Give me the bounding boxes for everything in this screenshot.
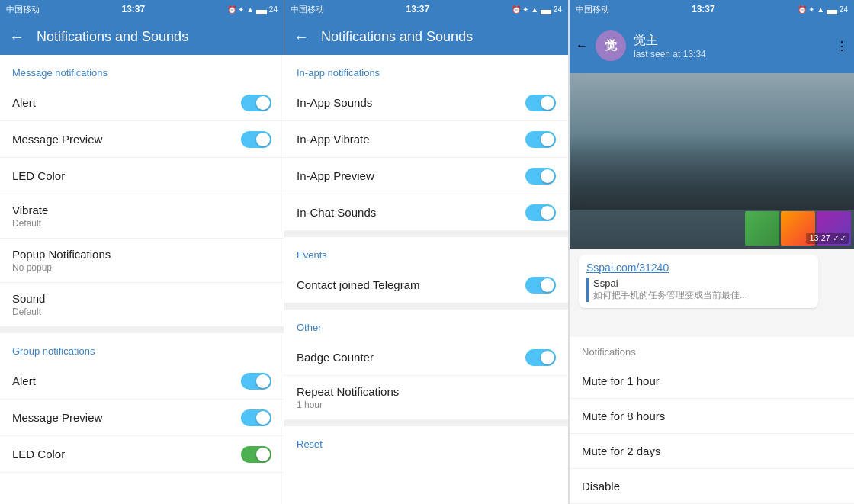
divider-2b	[284, 303, 568, 310]
label-led-color-group: LED Color	[12, 448, 65, 461]
status-bar-2: 中国移动 13:37 ⏰ ✦ ▲ ▄▄ 24	[284, 0, 568, 18]
carrier-1: 中国移动	[6, 4, 40, 15]
panel-2: 中国移动 13:37 ⏰ ✦ ▲ ▄▄ 24 ← Notifications a…	[284, 0, 569, 504]
divider-2c	[284, 420, 568, 426]
toggle-alert-group[interactable]	[241, 373, 271, 390]
sublabel-sound-1: Default	[12, 307, 45, 317]
label-inchat-sounds: In-Chat Sounds	[297, 206, 376, 219]
row-alert-1[interactable]: Alert	[0, 85, 284, 121]
label-alert-group: Alert	[12, 374, 36, 387]
row-popup-1[interactable]: Popup Notifications No popup	[0, 239, 284, 283]
time-2: 13:37	[406, 4, 429, 14]
row-message-preview-group[interactable]: Message Preview	[0, 400, 284, 436]
divider-1	[0, 327, 284, 333]
label-badge-counter: Badge Counter	[297, 351, 374, 364]
chat-bubble: Sspai.com/31240 Sspai 如何把手机的任务管理变成当前最佳..…	[579, 255, 818, 308]
row-contact-joined[interactable]: Contact joined Telegram	[284, 267, 568, 303]
toggle-inchat-sounds[interactable]	[525, 204, 556, 221]
app-header-2: ← Notifications and Sounds	[284, 18, 568, 55]
chat-timestamp: 13:27 ✓✓	[806, 233, 849, 244]
header-title-1: Notifications and Sounds	[37, 29, 188, 45]
sublabel-vibrate-1: Default	[12, 218, 48, 229]
sublabel-popup-1: No popup	[12, 262, 111, 273]
label-alert-1: Alert	[12, 96, 36, 109]
content-1: Message notifications Alert Message Prev…	[0, 55, 284, 504]
back-button-1[interactable]: ←	[9, 28, 24, 46]
row-badge-counter[interactable]: Badge Counter	[284, 339, 568, 376]
toggle-inapp-vibrate[interactable]	[525, 131, 556, 148]
section-other: Other	[284, 310, 568, 339]
label-led-color-1: LED Color	[12, 169, 65, 182]
row-message-preview-1[interactable]: Message Preview	[0, 121, 284, 158]
row-repeat-notif[interactable]: Repeat Notifications 1 hour	[284, 376, 568, 420]
time-3: 13:37	[692, 4, 715, 14]
row-inapp-preview[interactable]: In-App Preview	[284, 158, 568, 194]
toggle-inapp-sounds[interactable]	[525, 95, 556, 111]
label-sound-1: Sound	[12, 292, 45, 305]
toggle-message-preview-1[interactable]	[241, 131, 271, 148]
label-contact-joined: Contact joined Telegram	[297, 278, 419, 291]
header-title-2: Notifications and Sounds	[321, 29, 473, 45]
dropdown-title: Notifications	[570, 337, 854, 364]
status-bar-1: 中国移动 13:37 ⏰ ✦ ▲ ▄▄ 24	[0, 0, 284, 18]
panel-1: 中国移动 13:37 ⏰ ✦ ▲ ▄▄ 24 ← Notifications a…	[0, 0, 284, 504]
dropdown-mute-2d[interactable]: Mute for 2 days	[570, 434, 854, 469]
row-inchat-sounds[interactable]: In-Chat Sounds	[284, 194, 568, 231]
user-name: 觉主	[634, 33, 828, 49]
chat-back-button[interactable]: ←	[576, 39, 588, 53]
label-inapp-preview: In-App Preview	[297, 169, 374, 182]
toggle-led-color-group[interactable]	[241, 446, 271, 463]
chat-message-area: Sspai.com/31240 Sspai 如何把手机的任务管理变成当前最佳..…	[570, 249, 854, 337]
toggle-alert-1[interactable]	[241, 95, 271, 111]
row-vibrate-1[interactable]: Vibrate Default	[0, 194, 284, 239]
panel-3: 中国移动 13:37 ⏰ ✦ ▲ ▄▄ 24 ← 觉 觉主 last seen …	[569, 0, 854, 504]
toggle-message-preview-group[interactable]	[241, 409, 271, 426]
sublabel-repeat-notif: 1 hour	[297, 400, 399, 410]
content-2: In-app notifications In-App Sounds In-Ap…	[284, 55, 568, 504]
time-1: 13:37	[121, 4, 145, 14]
link-preview: Sspai 如何把手机的任务管理变成当前最佳...	[586, 278, 811, 302]
chat-avatar: 觉	[596, 30, 626, 61]
back-button-2[interactable]: ←	[294, 28, 309, 46]
section-group-notifications: Group notifications	[0, 333, 284, 363]
dropdown-mute-8h[interactable]: Mute for 8 hours	[570, 399, 854, 434]
thumb-1	[745, 211, 779, 246]
row-led-color-1[interactable]: LED Color	[0, 158, 284, 194]
section-inapp: In-app notifications	[284, 55, 568, 85]
section-message-notifications: Message notifications	[0, 55, 284, 85]
user-status: last seen at 13:34	[634, 49, 828, 59]
app-header-1: ← Notifications and Sounds	[0, 18, 284, 55]
label-inapp-vibrate: In-App Vibrate	[297, 133, 370, 146]
carrier-2: 中国移动	[291, 4, 324, 15]
section-events: Events	[284, 237, 568, 267]
toggle-badge-counter[interactable]	[525, 349, 556, 366]
row-sound-1[interactable]: Sound Default	[0, 283, 284, 327]
chat-link[interactable]: Sspai.com/31240	[586, 262, 669, 274]
preview-title: Sspai	[593, 278, 811, 289]
dropdown-disable[interactable]: Disable	[570, 469, 854, 504]
label-repeat-notif: Repeat Notifications	[297, 385, 399, 398]
user-info: 觉主 last seen at 13:34	[634, 33, 828, 59]
label-popup-1: Popup Notifications	[12, 248, 111, 261]
row-inapp-sounds[interactable]: In-App Sounds	[284, 85, 568, 121]
dropdown-mute-1h[interactable]: Mute for 1 hour	[570, 364, 854, 399]
label-vibrate-1: Vibrate	[12, 204, 48, 217]
section-reset[interactable]: Reset	[284, 426, 568, 456]
chat-image: 13:27 ✓✓	[570, 73, 854, 249]
row-alert-group[interactable]: Alert	[0, 363, 284, 400]
status-icons-3: ⏰ ✦ ▲ ▄▄ 24	[798, 5, 848, 14]
chat-header: ← 觉 觉主 last seen at 13:34 ⋮	[570, 18, 854, 73]
label-inapp-sounds: In-App Sounds	[297, 96, 372, 109]
chat-menu-icon[interactable]: ⋮	[836, 39, 848, 53]
row-led-color-group[interactable]: LED Color	[0, 436, 284, 473]
dropdown-menu: Notifications Mute for 1 hour Mute for 8…	[570, 337, 854, 504]
status-bar-3: 中国移动 13:37 ⏰ ✦ ▲ ▄▄ 24	[570, 0, 854, 18]
city-skyline	[570, 134, 854, 210]
preview-text: 如何把手机的任务管理变成当前最佳...	[593, 289, 811, 302]
row-inapp-vibrate[interactable]: In-App Vibrate	[284, 121, 568, 158]
toggle-inapp-preview[interactable]	[525, 168, 556, 185]
toggle-contact-joined[interactable]	[525, 277, 556, 294]
label-message-preview-1: Message Preview	[12, 133, 102, 146]
carrier-3: 中国移动	[576, 4, 609, 15]
status-icons-1: ⏰ ✦ ▲ ▄▄ 24	[227, 5, 278, 14]
